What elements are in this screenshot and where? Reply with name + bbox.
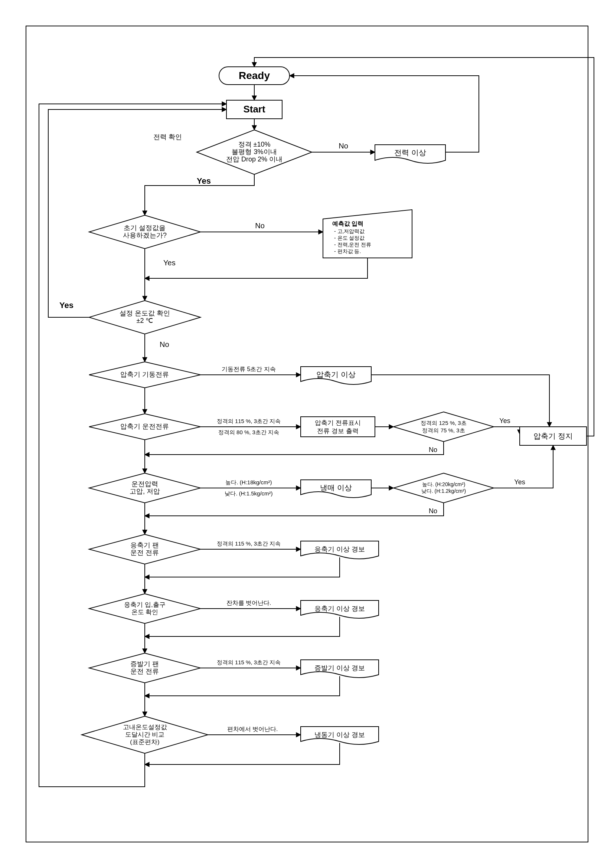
svg-text:압축기 전류표시: 압축기 전류표시: [315, 419, 361, 426]
node-current-display: 압축기 전류표시 전류 경보 출력: [301, 417, 375, 437]
svg-text:전압 Drop 2% 이내: 전압 Drop 2% 이내: [226, 155, 282, 163]
node-power-check: 정격 ±10% 불평형 3%이내 전압 Drop 2% 이내: [197, 130, 312, 174]
svg-text:압축기 운전전류: 압축기 운전전류: [120, 423, 169, 430]
svg-text:온도 확인: 온도 확인: [132, 609, 158, 616]
svg-text:예측값 입력: 예측값 입력: [332, 220, 363, 227]
yes-label-1: Yes: [197, 176, 211, 186]
node-press2: 높다. (H:20kg/cm²) 낮다. (H:1.2kg/cm²): [394, 473, 494, 503]
svg-text:냉매 이상: 냉매 이상: [320, 484, 352, 492]
svg-text:높다. (H:18kg/cm²): 높다. (H:18kg/cm²): [225, 479, 272, 485]
svg-text:압축기 정지: 압축기 정지: [533, 432, 573, 440]
svg-text:정격의 75 %, 3초: 정격의 75 %, 3초: [422, 427, 465, 434]
svg-text:낮다. (H:1.5kg/cm²): 낮다. (H:1.5kg/cm²): [225, 490, 273, 496]
ready-label: Ready: [239, 70, 270, 81]
svg-text:응축기 입,출구: 응축기 입,출구: [124, 601, 165, 608]
flowchart: Ready Start 정격 ±10% 불평형 3%이내 전압 Drop 2% …: [0, 0, 614, 868]
svg-text:증발기 팬: 증발기 팬: [130, 660, 159, 668]
no-label-1: No: [338, 142, 348, 150]
start-current-label: 기동전류 5초간 지속: [222, 366, 276, 372]
svg-marker-40: [394, 412, 494, 442]
node-cond-fan: 응축기 팬 운전 전류: [89, 535, 200, 564]
yes-label-3: Yes: [59, 301, 73, 310]
svg-text:정격의 115 %, 3초간 지속: 정격의 115 %, 3초간 지속: [217, 659, 281, 665]
svg-text:- 고,저압력값: - 고,저압력값: [334, 228, 364, 234]
no-label-3: No: [160, 340, 169, 349]
node-comp-abnormal: 압축기 이상: [301, 367, 371, 384]
node-ref-abnormal: 냉매 이상: [301, 480, 371, 498]
svg-text:(표준편차): (표준편차): [130, 738, 159, 746]
svg-text:냉동기 이상 경보: 냉동기 이상 경보: [315, 731, 365, 738]
node-ready: Ready: [219, 67, 290, 85]
node-oper-press: 운전압력 고압, 저압: [89, 473, 200, 503]
svg-text:운전 전류: 운전 전류: [130, 549, 159, 556]
start-label: Start: [243, 104, 265, 115]
svg-text:편차에서 벗어난다.: 편차에서 벗어난다.: [227, 726, 278, 732]
node-evap-fan: 증발기 팬 운전 전류: [89, 653, 200, 683]
svg-text:정격의 125 %, 3초: 정격의 125 %, 3초: [420, 420, 466, 426]
node-comp-run-current: 압축기 운전전류: [89, 414, 200, 440]
node-final: 고내온도설정값 도달시간 비교 (표준편차): [82, 716, 208, 753]
svg-text:운전 전류: 운전 전류: [130, 668, 159, 675]
svg-text:응축기 팬: 응축기 팬: [130, 541, 159, 549]
svg-text:정격 ±10%: 정격 ±10%: [238, 141, 271, 148]
svg-text:압축기 이상: 압축기 이상: [316, 370, 356, 378]
node-freeze-alarm: 냉동기 이상 경보: [301, 727, 378, 744]
svg-text:도달시간 비교: 도달시간 비교: [125, 731, 165, 738]
svg-text:±2 ℃: ±2 ℃: [136, 317, 154, 324]
power-check-side-label: 전력 확인: [154, 133, 182, 141]
node-rated: 정격의 125 %, 3초 정격의 75 %, 3초: [394, 412, 494, 442]
svg-text:정격의 115 %, 3초간 지속: 정격의 115 %, 3초간 지속: [217, 418, 281, 424]
no-label-4: No: [429, 446, 437, 454]
no-label-2: No: [255, 222, 265, 230]
svg-text:증발기 이상 경보: 증발기 이상 경보: [315, 664, 365, 672]
no-label-5: No: [429, 507, 437, 515]
svg-text:사용하겠는가?: 사용하겠는가?: [123, 232, 167, 239]
svg-text:- 전력,운전 전류: - 전력,운전 전류: [334, 242, 371, 248]
svg-text:응축기 이상 경보: 응축기 이상 경보: [315, 605, 365, 612]
svg-text:정격의 115 %, 3초간 지속: 정격의 115 %, 3초간 지속: [217, 540, 281, 547]
svg-text:고내온도설정값: 고내온도설정값: [123, 724, 167, 731]
svg-text:전류 경보 출력: 전류 경보 출력: [317, 428, 358, 434]
node-comp-stop: 압축기 정지: [520, 427, 586, 445]
svg-text:전력 이상: 전력 이상: [394, 149, 426, 157]
yes-label-5: Yes: [514, 478, 525, 486]
node-evap-alarm: 증발기 이상 경보: [301, 660, 378, 677]
svg-text:초기 설정값을: 초기 설정값을: [124, 224, 166, 232]
node-comp-start-current: 압축기 기동전류: [89, 362, 200, 388]
node-start: Start: [226, 100, 282, 119]
svg-text:고압, 저압: 고압, 저압: [130, 488, 160, 495]
svg-text:응축기 이상 경보: 응축기 이상 경보: [315, 546, 365, 553]
svg-text:잔차를 벗어난다.: 잔차를 벗어난다.: [226, 600, 271, 606]
node-predict-input: 예측값 입력 - 고,저압력값 - 온도 설정값 - 전력,운전 전류 - 편차…: [323, 210, 412, 258]
svg-text:설정 온도값 확인: 설정 온도값 확인: [119, 310, 170, 317]
svg-text:정격의 80 %, 3초간 지속: 정격의 80 %, 3초간 지속: [218, 429, 279, 435]
node-power-abnormal: 전력 이상: [375, 145, 445, 163]
node-initial-settings: 초기 설정값을 사용하겠는가?: [89, 215, 200, 249]
yes-label-2: Yes: [163, 259, 175, 267]
svg-text:- 편차값 등.: - 편차값 등.: [334, 248, 361, 254]
node-cond-alarm2: 응축기 이상 경보: [301, 600, 378, 618]
svg-text:- 온도 설정값: - 온도 설정값: [334, 235, 364, 241]
svg-text:운전압력: 운전압력: [132, 480, 158, 488]
node-set-temp: 설정 온도값 확인 ±2 ℃: [89, 301, 200, 334]
svg-text:높다. (H:20kg/cm²): 높다. (H:20kg/cm²): [422, 481, 465, 487]
svg-text:압축기 기동전류: 압축기 기동전류: [120, 371, 169, 378]
svg-text:낮다. (H:1.2kg/cm²): 낮다. (H:1.2kg/cm²): [421, 488, 466, 494]
node-cond-alarm1: 응축기 이상 경보: [301, 541, 378, 559]
yes-label-4: Yes: [499, 417, 510, 425]
svg-text:불평형 3%이내: 불평형 3%이내: [232, 148, 276, 155]
node-cond-io: 응축기 입,출구 온도 확인: [89, 594, 200, 623]
